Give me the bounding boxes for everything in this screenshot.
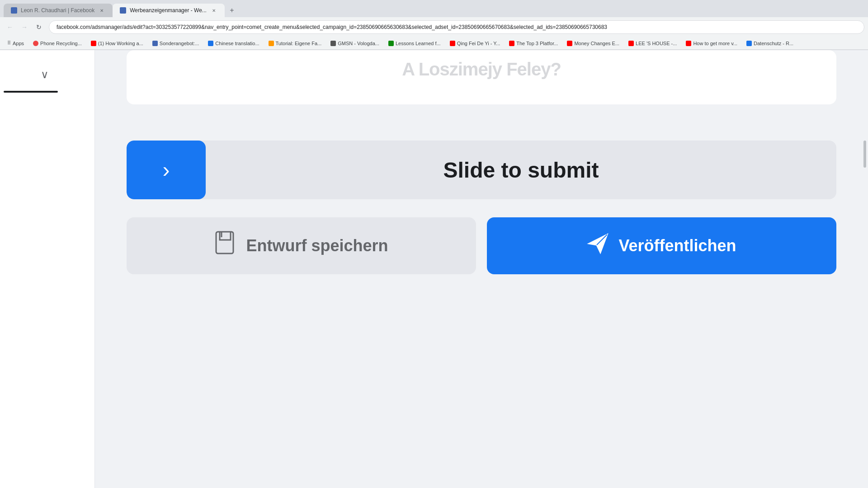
slide-to-submit-container: › Slide to submit (127, 141, 836, 199)
browser-chrome: Leon R. Chaudhari | Facebook ✕ Werbeanze… (0, 0, 868, 50)
separator-area (127, 104, 836, 131)
tab-facebook[interactable]: Leon R. Chaudhari | Facebook ✕ (4, 4, 113, 17)
bookmark-label-lee: LEE 'S HOUSE -... (636, 41, 677, 46)
bookmarks-bar: ⠿ Apps Phone Recycling... (1) How Workin… (0, 37, 868, 50)
bookmark-label-gmsn: GMSN - Vologda... (338, 41, 379, 46)
refresh-button[interactable]: ↻ (33, 21, 45, 33)
bookmark-lessons[interactable]: Lessons Learned f... (385, 40, 444, 47)
bookmark-label-sonder: Sonderangebot:... (160, 41, 199, 46)
bottom-buttons: Entwurf speichern Veröffentlichen (127, 217, 836, 274)
slide-arrow-icon: › (163, 159, 170, 181)
bookmark-tutorial[interactable]: Tutorial: Eigene Fa... (265, 40, 326, 47)
chevron-down-icon[interactable]: ∨ (41, 68, 49, 81)
bookmark-favicon-gmsn (330, 41, 336, 46)
bookmark-favicon-datenschutz (746, 41, 752, 46)
slide-handle[interactable]: › (127, 141, 206, 199)
sidebar: ∨ (0, 50, 95, 488)
save-draft-button[interactable]: Entwurf speichern (127, 217, 476, 274)
forward-button[interactable]: → (18, 21, 31, 33)
bookmark-label-top3: The Top 3 Platfor... (516, 41, 558, 46)
bookmark-favicon-lessons (388, 41, 394, 46)
tab-label-ads: Werbeanzeigenmanager - We... (130, 7, 207, 14)
slide-text-area: Slide to submit (206, 141, 836, 199)
bookmark-favicon-lee (628, 41, 634, 46)
scrollbar[interactable] (863, 141, 866, 168)
bookmark-how-working[interactable]: (1) How Working a... (87, 40, 147, 47)
bookmark-favicon-tutorial (269, 41, 274, 46)
bookmark-apps[interactable]: ⠿ Apps (4, 39, 28, 47)
bookmark-favicon-qing (450, 41, 455, 46)
apps-icon: ⠿ (7, 40, 11, 46)
publish-icon (587, 232, 609, 260)
bookmark-money[interactable]: Money Changes E... (563, 40, 623, 47)
tab-ads-manager[interactable]: Werbeanzeigenmanager - We... ✕ (113, 4, 225, 17)
bookmark-label-phone: Phone Recycling... (40, 41, 82, 46)
bookmark-favicon-chinese (208, 41, 213, 46)
bookmark-label-apps: Apps (13, 41, 24, 46)
bookmark-favicon-more-v (686, 41, 691, 46)
publish-label: Veröffentlichen (618, 236, 736, 255)
sidebar-progress-bar (4, 91, 58, 93)
new-tab-button[interactable]: + (226, 5, 237, 16)
address-bar-row: ← → ↻ facebook.com/adsmanager/ads/edit?a… (0, 17, 868, 37)
bookmark-datenschutz[interactable]: Datenschutz - R... (743, 40, 797, 47)
tab-close-ads[interactable]: ✕ (210, 7, 217, 14)
bookmark-label-more-v: How to get more v... (693, 41, 737, 46)
bookmark-favicon-phone (33, 41, 38, 46)
slide-to-submit-label: Slide to submit (443, 158, 599, 183)
bookmark-sonder[interactable]: Sonderangebot:... (149, 40, 203, 47)
save-draft-icon (214, 231, 237, 261)
card-title: A Loszimejy Feley? (140, 59, 823, 80)
bookmark-favicon-top3 (509, 41, 514, 46)
bookmark-label-how: (1) How Working a... (98, 41, 143, 46)
bookmark-label-lessons: Lessons Learned f... (396, 41, 441, 46)
back-button[interactable]: ← (4, 21, 16, 33)
bookmark-label-money: Money Changes E... (574, 41, 619, 46)
bookmark-phone[interactable]: Phone Recycling... (29, 40, 85, 47)
bookmark-label-qing: Qing Fei De Yi - Y... (457, 41, 500, 46)
main-content-area: A Loszimejy Feley? › Slide to submit (95, 50, 868, 274)
bookmark-chinese[interactable]: Chinese translatio... (204, 40, 263, 47)
bookmark-favicon-sonder (152, 41, 158, 46)
bookmark-label-chinese: Chinese translatio... (215, 41, 259, 46)
bookmark-favicon-how (91, 41, 96, 46)
tab-close-facebook[interactable]: ✕ (98, 7, 105, 14)
tab-favicon-facebook (11, 7, 17, 14)
nav-buttons: ← → ↻ (4, 21, 45, 33)
bookmark-lee[interactable]: LEE 'S HOUSE -... (625, 40, 680, 47)
url-text: facebook.com/adsmanager/ads/edit?act=303… (57, 24, 607, 30)
bookmark-label-tutorial: Tutorial: Eigene Fa... (276, 41, 322, 46)
bookmark-top3[interactable]: The Top 3 Platfor... (505, 40, 561, 47)
bookmark-more-v[interactable]: How to get more v... (682, 40, 741, 47)
save-draft-label: Entwurf speichern (246, 236, 388, 255)
address-input[interactable]: facebook.com/adsmanager/ads/edit?act=303… (49, 20, 864, 34)
top-card: A Loszimejy Feley? (127, 50, 836, 104)
publish-button[interactable]: Veröffentlichen (487, 217, 836, 274)
tab-favicon-ads (120, 7, 126, 14)
page-content: ∨ A Loszimejy Feley? › Slide to submit (0, 50, 868, 488)
bookmark-gmsn[interactable]: GMSN - Vologda... (327, 40, 383, 47)
bookmark-qing[interactable]: Qing Fei De Yi - Y... (446, 40, 504, 47)
tab-bar: Leon R. Chaudhari | Facebook ✕ Werbeanze… (0, 0, 868, 17)
tab-label-facebook: Leon R. Chaudhari | Facebook (21, 7, 94, 14)
bookmark-label-datenschutz: Datenschutz - R... (754, 41, 793, 46)
bookmark-favicon-money (567, 41, 572, 46)
